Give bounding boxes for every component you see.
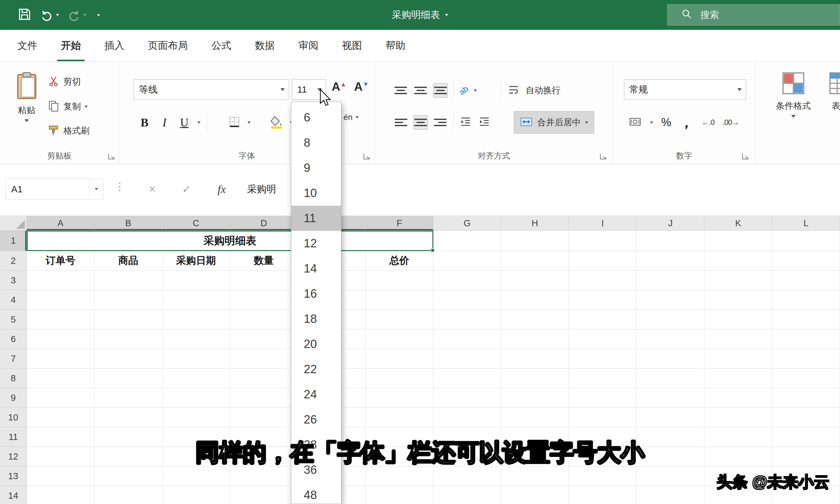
cell-J5[interactable] <box>637 310 704 329</box>
cell-A7[interactable] <box>27 349 94 368</box>
cell-A3[interactable] <box>27 271 94 290</box>
cell-L2[interactable] <box>772 251 840 271</box>
row-header-13[interactable]: 13 <box>0 466 27 486</box>
customize-toolbar-icon[interactable] <box>94 12 104 18</box>
borders-icon[interactable] <box>228 115 241 130</box>
cell-I2[interactable] <box>569 251 637 271</box>
cell-H14[interactable] <box>501 486 569 504</box>
column-header-D[interactable]: D <box>230 216 298 231</box>
cell-I3[interactable] <box>569 271 637 290</box>
cell-L9[interactable] <box>772 388 840 408</box>
cell-B5[interactable] <box>94 310 162 329</box>
cell-F7[interactable] <box>366 349 433 368</box>
cell-G6[interactable] <box>433 329 501 349</box>
cell-G5[interactable] <box>433 310 501 329</box>
cell-H3[interactable] <box>501 271 569 290</box>
cell-H10[interactable] <box>501 408 569 427</box>
cell-L7[interactable] <box>772 349 840 368</box>
cell-J1[interactable] <box>637 231 704 251</box>
cell-H5[interactable] <box>501 310 569 329</box>
cell-L8[interactable] <box>772 368 840 388</box>
tab-视图[interactable]: 视图 <box>330 30 374 61</box>
cell-H6[interactable] <box>501 329 569 349</box>
cell-G7[interactable] <box>433 349 501 368</box>
cell-J7[interactable] <box>637 349 704 368</box>
cell-A10[interactable] <box>27 408 94 427</box>
cell-B2[interactable]: 商品 <box>94 251 162 271</box>
font-size-option-14[interactable]: 14 <box>291 256 341 281</box>
cell-C8[interactable] <box>162 368 230 388</box>
cell-K3[interactable] <box>704 271 772 290</box>
column-header-H[interactable]: H <box>501 216 569 231</box>
cell-D14[interactable] <box>230 486 298 504</box>
name-box-dropdown-icon[interactable] <box>95 188 98 190</box>
cell-D13[interactable] <box>230 466 298 486</box>
align-top-icon[interactable] <box>393 84 408 97</box>
cell-I1[interactable] <box>569 231 637 251</box>
tab-帮助[interactable]: 帮助 <box>374 30 417 61</box>
tab-审阅[interactable]: 审阅 <box>287 30 330 61</box>
cell-H7[interactable] <box>501 349 569 368</box>
column-header-I[interactable]: I <box>569 216 637 231</box>
cell-C3[interactable] <box>162 271 230 290</box>
cell-C6[interactable] <box>162 329 230 349</box>
cell-F9[interactable] <box>366 388 433 408</box>
row-header-7[interactable]: 7 <box>0 349 27 368</box>
format-painter-button[interactable]: 格式刷 <box>47 122 89 139</box>
cell-K7[interactable] <box>704 349 772 368</box>
cell-L4[interactable] <box>772 290 840 310</box>
fill-color-icon[interactable] <box>269 115 283 130</box>
align-bottom-icon[interactable] <box>433 83 448 97</box>
column-header-J[interactable]: J <box>637 216 704 231</box>
cell-C10[interactable] <box>162 408 230 427</box>
cell-K1[interactable] <box>704 231 772 251</box>
formula-content[interactable]: 采购明 <box>247 179 276 199</box>
cell-I14[interactable] <box>569 486 637 504</box>
font-size-option-18[interactable]: 18 <box>291 306 341 331</box>
undo-button[interactable] <box>40 8 59 22</box>
undo-dropdown-icon[interactable] <box>56 14 59 16</box>
font-size-option-22[interactable]: 22 <box>291 357 341 382</box>
tab-公式[interactable]: 公式 <box>199 30 243 61</box>
row-header-6[interactable]: 6 <box>0 329 27 349</box>
cell-H1[interactable] <box>501 231 569 251</box>
cell-B9[interactable] <box>94 388 162 408</box>
cell-F14[interactable] <box>366 486 433 504</box>
wrap-text-label[interactable]: 自动换行 <box>526 85 561 96</box>
number-format-dropdown-icon[interactable] <box>737 88 742 91</box>
cell-D3[interactable] <box>230 271 298 290</box>
cell-B13[interactable] <box>94 466 162 486</box>
cell-A5[interactable] <box>27 310 94 329</box>
cell-D4[interactable] <box>230 290 298 310</box>
column-header-C[interactable]: C <box>162 216 230 231</box>
cell-F4[interactable] <box>366 290 433 310</box>
cell-D6[interactable] <box>230 329 298 349</box>
percent-style-button[interactable]: % <box>661 116 671 129</box>
cell-J10[interactable] <box>637 408 704 427</box>
row-header-5[interactable]: 5 <box>0 310 27 329</box>
cell-F2[interactable]: 总价 <box>366 251 433 271</box>
cell-C13[interactable] <box>162 466 230 486</box>
save-icon[interactable] <box>17 7 32 23</box>
cell-K8[interactable] <box>704 368 772 388</box>
document-title[interactable]: 采购明细表 <box>392 8 448 21</box>
conditional-formatting-button[interactable]: 条件格式 <box>767 71 820 118</box>
row-header-8[interactable]: 8 <box>0 368 27 388</box>
title-dropdown-icon[interactable] <box>445 14 448 16</box>
cell-G4[interactable] <box>433 290 501 310</box>
align-left-icon[interactable] <box>393 115 408 129</box>
cell-D9[interactable] <box>230 388 298 408</box>
copy-button[interactable]: 复制 <box>47 98 88 115</box>
tab-数据[interactable]: 数据 <box>243 30 287 61</box>
column-header-G[interactable]: G <box>433 216 501 231</box>
cell-H9[interactable] <box>501 388 569 408</box>
accounting-format-icon[interactable] <box>628 115 642 130</box>
cell-G8[interactable] <box>433 368 501 388</box>
cell-B8[interactable] <box>94 368 162 388</box>
cell-C2[interactable]: 采购日期 <box>162 251 230 271</box>
align-middle-icon[interactable] <box>414 84 428 97</box>
cell-A2[interactable]: 订单号 <box>27 251 94 271</box>
borders-dropdown-icon[interactable] <box>247 122 250 124</box>
orientation-dropdown-icon[interactable] <box>474 89 477 92</box>
cell-I8[interactable] <box>569 368 637 388</box>
